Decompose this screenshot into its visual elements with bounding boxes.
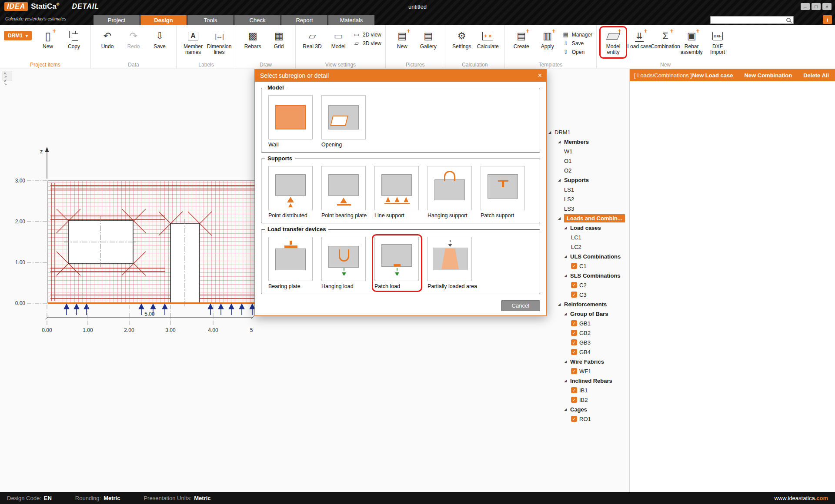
tree-item[interactable]: Inclined Rebars <box>546 376 629 385</box>
tree-expand-icon[interactable] <box>558 302 564 306</box>
tree-item[interactable]: C1 <box>546 261 629 271</box>
ribbon-button[interactable]: Rebars <box>240 27 265 51</box>
tree-item[interactable]: LC1 <box>546 232 629 242</box>
checkbox-checked-icon[interactable] <box>571 320 577 326</box>
tree-item[interactable]: LC2 <box>546 242 629 252</box>
website-link[interactable]: www.ideastatica.com <box>774 495 828 501</box>
tree-item[interactable]: W1 <box>546 146 629 156</box>
ribbon-button[interactable]: Member names <box>180 27 206 57</box>
ribbon-button[interactable]: Real 3D <box>300 27 325 51</box>
ribbon-button[interactable]: Grid <box>266 27 291 51</box>
checkbox-checked-icon[interactable] <box>571 292 577 298</box>
minimize-button[interactable]: – <box>801 3 810 10</box>
tree-item[interactable]: LS1 <box>546 185 629 194</box>
ribbon-button[interactable]: Apply <box>535 27 560 51</box>
ribbon-button[interactable]: New <box>390 27 415 51</box>
ribbon-button[interactable]: New <box>35 27 60 51</box>
checkbox-checked-icon[interactable] <box>571 368 577 374</box>
tree-item[interactable]: ULS Combinations <box>546 252 629 261</box>
ribbon-button[interactable]: DXF Import <box>705 27 730 57</box>
tree-expand-icon[interactable] <box>564 312 570 316</box>
load-transfer-option[interactable]: Hanging load <box>321 237 367 289</box>
ribbon-small-button[interactable]: Save <box>562 40 592 46</box>
ribbon-button[interactable]: Gallery <box>416 27 441 51</box>
tree-item[interactable]: LS2 <box>546 194 629 204</box>
tree-item[interactable]: LS3 <box>546 204 629 213</box>
tree-expand-icon[interactable] <box>564 360 570 364</box>
tree-item[interactable]: O2 <box>546 166 629 175</box>
ribbon-tab[interactable]: Materials <box>328 15 374 25</box>
tree-expand-icon[interactable] <box>564 408 570 411</box>
ribbon-button[interactable]: Calculate <box>475 27 501 51</box>
new-load-case-button[interactable]: New Load case <box>692 72 733 79</box>
support-option[interactable]: Line support <box>374 166 420 219</box>
checkbox-checked-icon[interactable] <box>571 349 577 355</box>
checkbox-checked-icon[interactable] <box>571 263 577 269</box>
ribbon-button[interactable]: Copy <box>61 27 87 51</box>
ribbon-tab[interactable]: Design <box>140 15 187 25</box>
close-button[interactable]: × <box>822 3 832 10</box>
subregion-option[interactable]: Opening <box>321 95 367 148</box>
tree-item[interactable]: GB4 <box>546 347 629 357</box>
ribbon-button[interactable]: Rebar assembly <box>679 27 704 57</box>
checkbox-checked-icon[interactable] <box>571 397 577 403</box>
ribbon-small-button[interactable]: 2D view <box>353 31 381 38</box>
tree-expand-icon[interactable] <box>564 379 570 383</box>
cancel-button[interactable]: Cancel <box>501 300 540 311</box>
tree-expand-icon[interactable] <box>564 274 570 278</box>
ribbon-button[interactable]: Undo <box>95 27 120 51</box>
tree-expand-icon[interactable] <box>558 216 564 220</box>
ribbon-small-button[interactable]: Open <box>562 49 592 55</box>
ribbon-tab[interactable]: Check <box>234 15 281 25</box>
tree-item[interactable]: GB3 <box>546 338 629 347</box>
load-transfer-option[interactable]: Partially loaded area <box>428 237 473 289</box>
tree-item[interactable]: O1 <box>546 156 629 166</box>
checkbox-checked-icon[interactable] <box>571 330 577 336</box>
tree-item[interactable]: C2 <box>546 280 629 290</box>
search-input[interactable] <box>711 17 786 23</box>
support-option[interactable]: Hanging support <box>428 166 473 219</box>
delete-all-button[interactable]: Delete All <box>803 72 829 79</box>
tree-expand-icon[interactable] <box>558 140 564 144</box>
fit-view-button[interactable] <box>3 71 12 80</box>
support-option[interactable]: Point bearing plate <box>321 166 367 219</box>
subregion-option[interactable]: Wall <box>268 95 314 148</box>
tree-item[interactable]: WF1 <box>546 366 629 376</box>
project-item-dropdown[interactable]: DRM1 <box>4 31 32 40</box>
new-combination-button[interactable]: New Combination <box>744 72 792 79</box>
tree-item[interactable]: GB1 <box>546 318 629 328</box>
support-option[interactable]: Patch support <box>481 166 526 219</box>
ribbon-tab[interactable]: Tools <box>187 15 234 25</box>
ribbon-tab[interactable]: Project <box>94 15 140 25</box>
ribbon-button[interactable]: Load case <box>627 27 652 57</box>
maximize-button[interactable]: □ <box>812 3 821 10</box>
checkbox-checked-icon[interactable] <box>571 387 577 393</box>
ribbon-button[interactable]: Model <box>326 27 351 51</box>
ribbon-button[interactable]: Combination <box>653 27 678 57</box>
tree-item[interactable]: IB1 <box>546 385 629 395</box>
support-option[interactable]: Point distributed <box>268 166 314 219</box>
ribbon-button[interactable]: Save <box>147 27 172 51</box>
load-transfer-option[interactable]: Bearing plate <box>268 237 314 289</box>
search-icon[interactable] <box>786 18 791 22</box>
ribbon-small-button[interactable]: Manager <box>562 31 592 38</box>
tree-item[interactable]: SLS Combinations <box>546 271 629 280</box>
ribbon-button[interactable]: Create <box>509 27 534 51</box>
tree-item[interactable]: Wire Fabrics <box>546 357 629 366</box>
info-button[interactable]: i <box>823 15 832 24</box>
tree-item[interactable]: C3 <box>546 290 629 299</box>
tree-item[interactable]: Loads and Combin... <box>546 213 629 223</box>
ribbon-button[interactable]: Model entity <box>601 27 626 57</box>
tree-item[interactable]: Group of Bars <box>546 309 629 318</box>
checkbox-checked-icon[interactable] <box>571 416 577 422</box>
tree-item[interactable]: DRM1 <box>546 127 629 137</box>
tree-item[interactable]: Reinforcements <box>546 299 629 309</box>
tree-item[interactable]: Load cases <box>546 223 629 232</box>
tree-item[interactable]: Cages <box>546 405 629 414</box>
tree-expand-icon[interactable] <box>558 178 564 182</box>
ribbon-small-button[interactable]: 3D view <box>353 40 381 46</box>
checkbox-checked-icon[interactable] <box>571 282 577 288</box>
tree-item[interactable]: RO1 <box>546 414 629 424</box>
tree-item[interactable]: Members <box>546 137 629 146</box>
tree-expand-icon[interactable] <box>548 130 554 134</box>
